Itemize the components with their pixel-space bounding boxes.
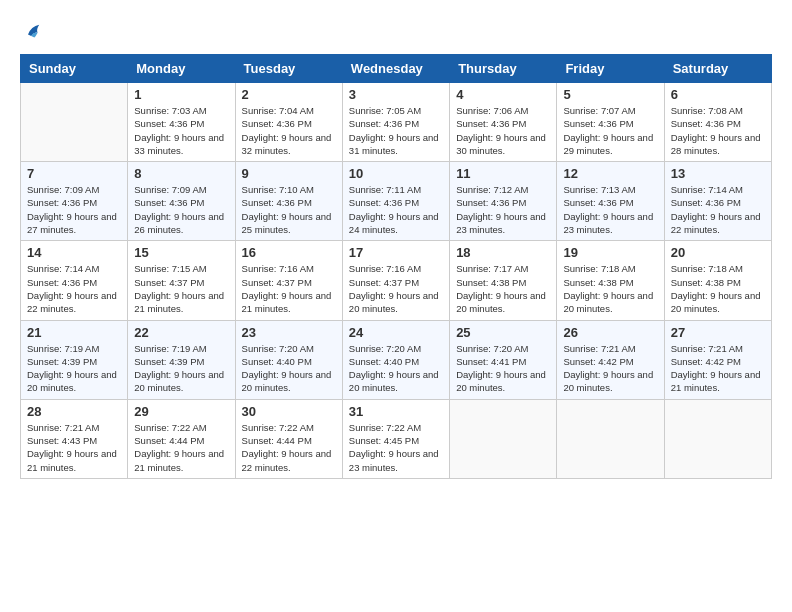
calendar-cell: 31 Sunrise: 7:22 AMSunset: 4:45 PMDaylig…	[342, 399, 449, 478]
day-info: Sunrise: 7:16 AMSunset: 4:37 PMDaylight:…	[242, 262, 336, 315]
day-info: Sunrise: 7:15 AMSunset: 4:37 PMDaylight:…	[134, 262, 228, 315]
day-number: 23	[242, 325, 336, 340]
calendar-cell: 7 Sunrise: 7:09 AMSunset: 4:36 PMDayligh…	[21, 162, 128, 241]
day-number: 6	[671, 87, 765, 102]
calendar-cell	[450, 399, 557, 478]
day-info: Sunrise: 7:09 AMSunset: 4:36 PMDaylight:…	[134, 183, 228, 236]
calendar-cell	[21, 83, 128, 162]
logo	[20, 20, 48, 44]
page-header	[20, 20, 772, 44]
day-number: 30	[242, 404, 336, 419]
day-info: Sunrise: 7:10 AMSunset: 4:36 PMDaylight:…	[242, 183, 336, 236]
day-number: 4	[456, 87, 550, 102]
day-info: Sunrise: 7:06 AMSunset: 4:36 PMDaylight:…	[456, 104, 550, 157]
calendar-cell: 15 Sunrise: 7:15 AMSunset: 4:37 PMDaylig…	[128, 241, 235, 320]
day-number: 7	[27, 166, 121, 181]
day-number: 27	[671, 325, 765, 340]
day-info: Sunrise: 7:19 AMSunset: 4:39 PMDaylight:…	[27, 342, 121, 395]
day-info: Sunrise: 7:22 AMSunset: 4:45 PMDaylight:…	[349, 421, 443, 474]
day-number: 5	[563, 87, 657, 102]
header-friday: Friday	[557, 55, 664, 83]
calendar-cell: 22 Sunrise: 7:19 AMSunset: 4:39 PMDaylig…	[128, 320, 235, 399]
day-number: 2	[242, 87, 336, 102]
day-info: Sunrise: 7:21 AMSunset: 4:42 PMDaylight:…	[671, 342, 765, 395]
day-info: Sunrise: 7:17 AMSunset: 4:38 PMDaylight:…	[456, 262, 550, 315]
logo-bird-icon	[20, 20, 44, 44]
calendar-cell: 18 Sunrise: 7:17 AMSunset: 4:38 PMDaylig…	[450, 241, 557, 320]
calendar-cell: 11 Sunrise: 7:12 AMSunset: 4:36 PMDaylig…	[450, 162, 557, 241]
day-number: 12	[563, 166, 657, 181]
calendar-cell: 6 Sunrise: 7:08 AMSunset: 4:36 PMDayligh…	[664, 83, 771, 162]
day-info: Sunrise: 7:19 AMSunset: 4:39 PMDaylight:…	[134, 342, 228, 395]
day-info: Sunrise: 7:21 AMSunset: 4:43 PMDaylight:…	[27, 421, 121, 474]
day-number: 3	[349, 87, 443, 102]
header-saturday: Saturday	[664, 55, 771, 83]
day-info: Sunrise: 7:22 AMSunset: 4:44 PMDaylight:…	[134, 421, 228, 474]
calendar-cell: 25 Sunrise: 7:20 AMSunset: 4:41 PMDaylig…	[450, 320, 557, 399]
day-info: Sunrise: 7:07 AMSunset: 4:36 PMDaylight:…	[563, 104, 657, 157]
calendar-cell: 19 Sunrise: 7:18 AMSunset: 4:38 PMDaylig…	[557, 241, 664, 320]
calendar-cell: 13 Sunrise: 7:14 AMSunset: 4:36 PMDaylig…	[664, 162, 771, 241]
day-number: 16	[242, 245, 336, 260]
calendar-cell: 29 Sunrise: 7:22 AMSunset: 4:44 PMDaylig…	[128, 399, 235, 478]
day-info: Sunrise: 7:14 AMSunset: 4:36 PMDaylight:…	[671, 183, 765, 236]
day-number: 26	[563, 325, 657, 340]
calendar-cell: 24 Sunrise: 7:20 AMSunset: 4:40 PMDaylig…	[342, 320, 449, 399]
header-tuesday: Tuesday	[235, 55, 342, 83]
calendar-cell: 30 Sunrise: 7:22 AMSunset: 4:44 PMDaylig…	[235, 399, 342, 478]
day-number: 8	[134, 166, 228, 181]
day-number: 31	[349, 404, 443, 419]
day-number: 10	[349, 166, 443, 181]
day-info: Sunrise: 7:16 AMSunset: 4:37 PMDaylight:…	[349, 262, 443, 315]
calendar-cell: 27 Sunrise: 7:21 AMSunset: 4:42 PMDaylig…	[664, 320, 771, 399]
day-info: Sunrise: 7:20 AMSunset: 4:40 PMDaylight:…	[242, 342, 336, 395]
day-number: 20	[671, 245, 765, 260]
header-monday: Monday	[128, 55, 235, 83]
day-info: Sunrise: 7:20 AMSunset: 4:40 PMDaylight:…	[349, 342, 443, 395]
calendar-cell: 12 Sunrise: 7:13 AMSunset: 4:36 PMDaylig…	[557, 162, 664, 241]
calendar-cell: 26 Sunrise: 7:21 AMSunset: 4:42 PMDaylig…	[557, 320, 664, 399]
calendar-week-row: 14 Sunrise: 7:14 AMSunset: 4:36 PMDaylig…	[21, 241, 772, 320]
calendar-cell: 14 Sunrise: 7:14 AMSunset: 4:36 PMDaylig…	[21, 241, 128, 320]
day-info: Sunrise: 7:03 AMSunset: 4:36 PMDaylight:…	[134, 104, 228, 157]
day-info: Sunrise: 7:05 AMSunset: 4:36 PMDaylight:…	[349, 104, 443, 157]
day-info: Sunrise: 7:21 AMSunset: 4:42 PMDaylight:…	[563, 342, 657, 395]
day-info: Sunrise: 7:09 AMSunset: 4:36 PMDaylight:…	[27, 183, 121, 236]
day-info: Sunrise: 7:20 AMSunset: 4:41 PMDaylight:…	[456, 342, 550, 395]
day-info: Sunrise: 7:22 AMSunset: 4:44 PMDaylight:…	[242, 421, 336, 474]
calendar-cell: 8 Sunrise: 7:09 AMSunset: 4:36 PMDayligh…	[128, 162, 235, 241]
day-info: Sunrise: 7:12 AMSunset: 4:36 PMDaylight:…	[456, 183, 550, 236]
calendar-cell: 10 Sunrise: 7:11 AMSunset: 4:36 PMDaylig…	[342, 162, 449, 241]
calendar-cell: 21 Sunrise: 7:19 AMSunset: 4:39 PMDaylig…	[21, 320, 128, 399]
calendar-table: SundayMondayTuesdayWednesdayThursdayFrid…	[20, 54, 772, 479]
calendar-cell: 4 Sunrise: 7:06 AMSunset: 4:36 PMDayligh…	[450, 83, 557, 162]
day-info: Sunrise: 7:13 AMSunset: 4:36 PMDaylight:…	[563, 183, 657, 236]
day-number: 1	[134, 87, 228, 102]
day-info: Sunrise: 7:18 AMSunset: 4:38 PMDaylight:…	[671, 262, 765, 315]
calendar-cell: 9 Sunrise: 7:10 AMSunset: 4:36 PMDayligh…	[235, 162, 342, 241]
day-number: 28	[27, 404, 121, 419]
day-number: 17	[349, 245, 443, 260]
day-info: Sunrise: 7:11 AMSunset: 4:36 PMDaylight:…	[349, 183, 443, 236]
calendar-week-row: 21 Sunrise: 7:19 AMSunset: 4:39 PMDaylig…	[21, 320, 772, 399]
calendar-cell	[557, 399, 664, 478]
calendar-cell: 28 Sunrise: 7:21 AMSunset: 4:43 PMDaylig…	[21, 399, 128, 478]
header-sunday: Sunday	[21, 55, 128, 83]
day-info: Sunrise: 7:08 AMSunset: 4:36 PMDaylight:…	[671, 104, 765, 157]
calendar-cell: 16 Sunrise: 7:16 AMSunset: 4:37 PMDaylig…	[235, 241, 342, 320]
calendar-cell: 17 Sunrise: 7:16 AMSunset: 4:37 PMDaylig…	[342, 241, 449, 320]
calendar-header-row: SundayMondayTuesdayWednesdayThursdayFrid…	[21, 55, 772, 83]
day-number: 22	[134, 325, 228, 340]
calendar-cell: 2 Sunrise: 7:04 AMSunset: 4:36 PMDayligh…	[235, 83, 342, 162]
calendar-week-row: 28 Sunrise: 7:21 AMSunset: 4:43 PMDaylig…	[21, 399, 772, 478]
calendar-cell: 20 Sunrise: 7:18 AMSunset: 4:38 PMDaylig…	[664, 241, 771, 320]
day-number: 13	[671, 166, 765, 181]
calendar-cell: 23 Sunrise: 7:20 AMSunset: 4:40 PMDaylig…	[235, 320, 342, 399]
day-number: 14	[27, 245, 121, 260]
calendar-cell: 1 Sunrise: 7:03 AMSunset: 4:36 PMDayligh…	[128, 83, 235, 162]
day-number: 29	[134, 404, 228, 419]
day-number: 11	[456, 166, 550, 181]
day-number: 21	[27, 325, 121, 340]
calendar-week-row: 1 Sunrise: 7:03 AMSunset: 4:36 PMDayligh…	[21, 83, 772, 162]
day-number: 25	[456, 325, 550, 340]
